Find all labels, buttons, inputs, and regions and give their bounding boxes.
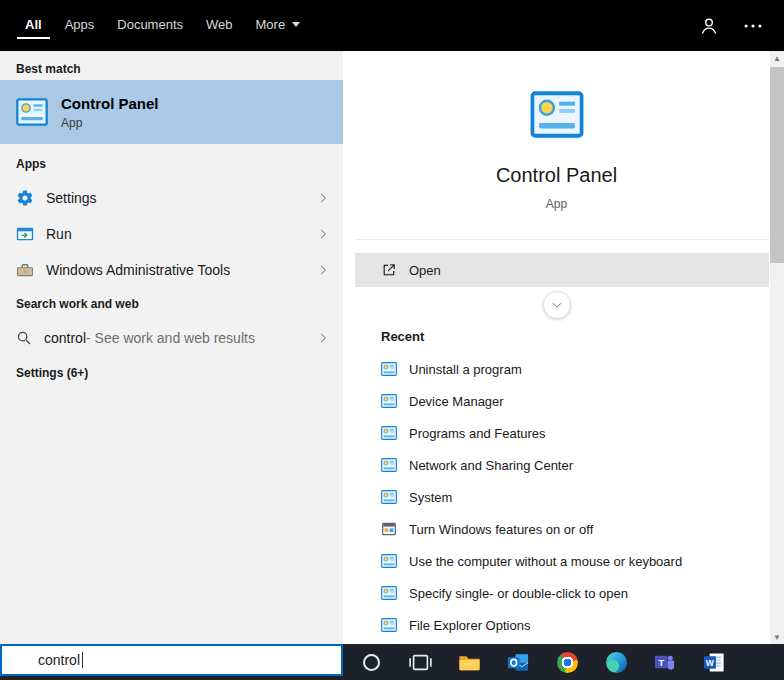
recent-item-label: Programs and Features <box>409 426 546 441</box>
web-search-result[interactable]: control - See work and web results <box>0 320 343 356</box>
scrollbar-thumb[interactable] <box>770 67 784 263</box>
best-match-subtitle: App <box>61 116 159 130</box>
search-icon <box>16 330 32 346</box>
web-search-query: control <box>44 330 86 346</box>
toolbox-icon <box>16 261 34 279</box>
apps-section-header: Apps <box>16 157 46 171</box>
tab-all-label: All <box>25 17 42 32</box>
sidebar-item-run[interactable]: Run <box>0 216 343 252</box>
recent-item-specify-single-or-double-click[interactable]: Specify single- or double-click to open <box>343 577 770 609</box>
preview-app-subtitle: App <box>343 197 770 211</box>
search-results-panel: Best match Control Panel App Apps Settin… <box>0 51 343 644</box>
expand-actions-button[interactable] <box>543 291 571 319</box>
taskbar-icons <box>347 644 739 680</box>
recent-item-label: System <box>409 490 452 505</box>
cortana-icon <box>363 654 380 671</box>
chevron-down-icon <box>551 299 563 311</box>
tab-web[interactable]: Web <box>198 13 241 39</box>
scroll-up-arrow[interactable]: ▲ <box>770 51 784 65</box>
control-panel-mini-icon <box>381 361 397 377</box>
tab-documents-label: Documents <box>117 17 183 32</box>
recent-item-turn-windows-features-on-or-off[interactable]: Turn Windows features on or off <box>343 513 770 545</box>
control-panel-icon <box>16 96 48 128</box>
windows-search-flyout: All Apps Documents Web More Best match C… <box>0 0 784 680</box>
control-panel-mini-icon <box>381 393 397 409</box>
tab-apps-label: Apps <box>65 17 95 32</box>
edge-icon <box>606 652 627 673</box>
control-panel-mini-icon <box>381 457 397 473</box>
taskbar-file-explorer-button[interactable] <box>445 644 494 680</box>
recent-item-programs-and-features[interactable]: Programs and Features <box>343 417 770 449</box>
recent-item-device-manager[interactable]: Device Manager <box>343 385 770 417</box>
app-item-label: Settings <box>46 190 97 206</box>
account-icon[interactable] <box>698 15 720 37</box>
app-item-label: Run <box>46 226 72 242</box>
windows-features-icon <box>381 521 397 537</box>
task-view-icon <box>409 651 432 674</box>
caret-down-icon <box>292 22 300 27</box>
recent-item-label: Network and Sharing Center <box>409 458 573 473</box>
search-tabs: All Apps Documents Web More <box>0 0 315 51</box>
recent-item-network-and-sharing-center[interactable]: Network and Sharing Center <box>343 449 770 481</box>
preview-scrollbar: ▲ ▼ <box>770 51 784 644</box>
tab-apps[interactable]: Apps <box>57 13 103 39</box>
scroll-down-arrow[interactable]: ▼ <box>770 630 784 644</box>
chevron-right-icon <box>317 192 329 204</box>
chevron-right-icon <box>317 264 329 276</box>
control-panel-mini-icon <box>381 489 397 505</box>
recent-item-label: Turn Windows features on or off <box>409 522 593 537</box>
recent-section-header: Recent <box>381 329 424 344</box>
recent-item-label: Use the computer without a mouse or keyb… <box>409 554 682 569</box>
tab-all[interactable]: All <box>17 13 50 39</box>
outlook-icon <box>507 651 530 674</box>
taskbar-edge-button[interactable] <box>592 644 641 680</box>
recent-item-system[interactable]: System <box>343 481 770 513</box>
preview-panel: Control Panel App Open Recent Uninstall … <box>343 51 770 644</box>
control-panel-mini-icon <box>381 425 397 441</box>
recent-item-label: Device Manager <box>409 394 504 409</box>
settings-section-header: Settings (6+) <box>16 366 88 380</box>
best-match-text: Control Panel App <box>61 95 159 130</box>
text-caret <box>82 652 83 668</box>
recent-item-file-explorer-options[interactable]: File Explorer Options <box>343 609 770 641</box>
preview-divider <box>355 239 769 240</box>
teams-icon <box>654 651 677 674</box>
recent-item-use-computer-without-mouse-or-keyboard[interactable]: Use the computer without a mouse or keyb… <box>343 545 770 577</box>
taskbar-chrome-button[interactable] <box>543 644 592 680</box>
recent-item-uninstall-a-program[interactable]: Uninstall a program <box>343 353 770 385</box>
control-panel-mini-icon <box>381 553 397 569</box>
control-panel-mini-icon <box>381 617 397 633</box>
sidebar-item-admin-tools[interactable]: Windows Administrative Tools <box>0 252 343 288</box>
taskbar-task-view-button[interactable] <box>396 644 445 680</box>
taskbar-outlook-button[interactable] <box>494 644 543 680</box>
search-web-section-header: Search work and web <box>16 297 139 311</box>
topbar-right-icons <box>698 15 784 37</box>
taskbar-search-input[interactable]: control <box>0 644 343 676</box>
search-tabs-bar: All Apps Documents Web More <box>0 0 784 51</box>
taskbar-word-button[interactable] <box>690 644 739 680</box>
sidebar-item-settings[interactable]: Settings <box>0 180 343 216</box>
best-match-result[interactable]: Control Panel App <box>0 80 343 144</box>
chevron-right-icon <box>317 332 329 344</box>
tab-more[interactable]: More <box>248 13 309 39</box>
taskbar-teams-button[interactable] <box>641 644 690 680</box>
tab-documents[interactable]: Documents <box>109 13 191 39</box>
open-action-button[interactable]: Open <box>355 253 769 287</box>
recent-item-label: File Explorer Options <box>409 618 530 633</box>
recent-item-label: Specify single- or double-click to open <box>409 586 628 601</box>
control-panel-mini-icon <box>381 585 397 601</box>
more-options-icon[interactable] <box>742 15 764 37</box>
preview-app-title: Control Panel <box>343 164 770 187</box>
open-launch-icon <box>381 262 397 278</box>
chevron-right-icon <box>317 228 329 240</box>
taskbar-cortana-button[interactable] <box>347 644 396 680</box>
search-input-value: control <box>38 652 80 668</box>
run-window-icon <box>16 225 34 243</box>
tab-more-label: More <box>256 17 286 32</box>
best-match-header: Best match <box>16 62 81 76</box>
tab-web-label: Web <box>206 17 233 32</box>
chrome-icon <box>557 652 578 673</box>
word-icon <box>703 651 726 674</box>
control-panel-icon-large <box>530 91 584 138</box>
recent-list: Uninstall a program Device Manager Progr… <box>343 353 770 641</box>
